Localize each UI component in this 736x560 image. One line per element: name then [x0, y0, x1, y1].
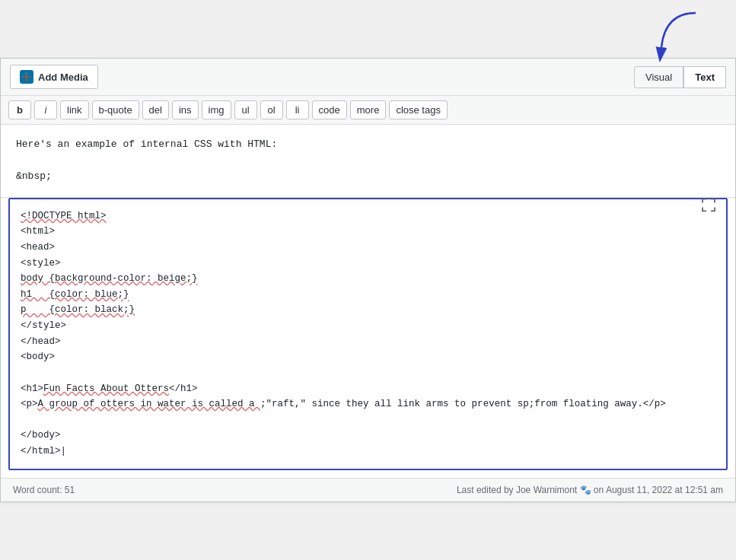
last-edited: Last edited by Joe Warnimont 🐾 on August…: [457, 485, 723, 495]
word-count-value: 51: [65, 485, 75, 495]
editor-code-area[interactable]: <!DOCTYPE html> <html> <head> <style> bo…: [8, 198, 728, 470]
bquote-btn[interactable]: b-quote: [92, 100, 139, 119]
add-media-button[interactable]: ➕ Add Media: [10, 65, 98, 89]
media-icon: ➕: [20, 70, 33, 84]
editor-intro-area: Here's an example of internal CSS with H…: [1, 125, 735, 197]
word-count-label: Word count:: [13, 485, 62, 495]
bold-btn[interactable]: b: [8, 100, 31, 119]
ins-btn[interactable]: ins: [172, 100, 199, 119]
close-tags-btn[interactable]: close tags: [389, 100, 448, 119]
word-count: Word count: 51: [13, 485, 75, 495]
code-btn[interactable]: code: [312, 100, 347, 119]
li-btn[interactable]: li: [286, 100, 309, 119]
ol-btn[interactable]: ol: [260, 100, 283, 119]
tab-text[interactable]: Text: [683, 66, 726, 88]
arrow-annotation: [650, 5, 711, 69]
fullscreen-button[interactable]: [699, 195, 718, 218]
del-btn[interactable]: del: [142, 100, 169, 119]
more-btn[interactable]: more: [350, 100, 387, 119]
link-btn[interactable]: link: [60, 100, 89, 119]
add-media-label: Add Media: [38, 72, 88, 83]
view-tabs: Visual Text: [634, 66, 726, 88]
code-content[interactable]: <!DOCTYPE html> <html> <head> <style> bo…: [21, 208, 715, 460]
img-btn[interactable]: img: [202, 100, 231, 119]
ul-btn[interactable]: ul: [234, 100, 257, 119]
tab-visual[interactable]: Visual: [634, 66, 683, 88]
intro-text: Here's an example of internal CSS with H…: [16, 137, 720, 153]
editor-footer: Word count: 51 Last edited by Joe Warnim…: [1, 478, 735, 501]
editor-wrapper: ➕ Add Media Visual Text b i link: [0, 58, 736, 501]
nbsp-line: &nbsp;: [16, 169, 720, 185]
toolbar-top: ➕ Add Media Visual Text: [1, 59, 735, 96]
format-toolbar: b i link b-quote del ins img ul ol li co…: [1, 96, 735, 125]
italic-btn[interactable]: i: [34, 100, 57, 119]
